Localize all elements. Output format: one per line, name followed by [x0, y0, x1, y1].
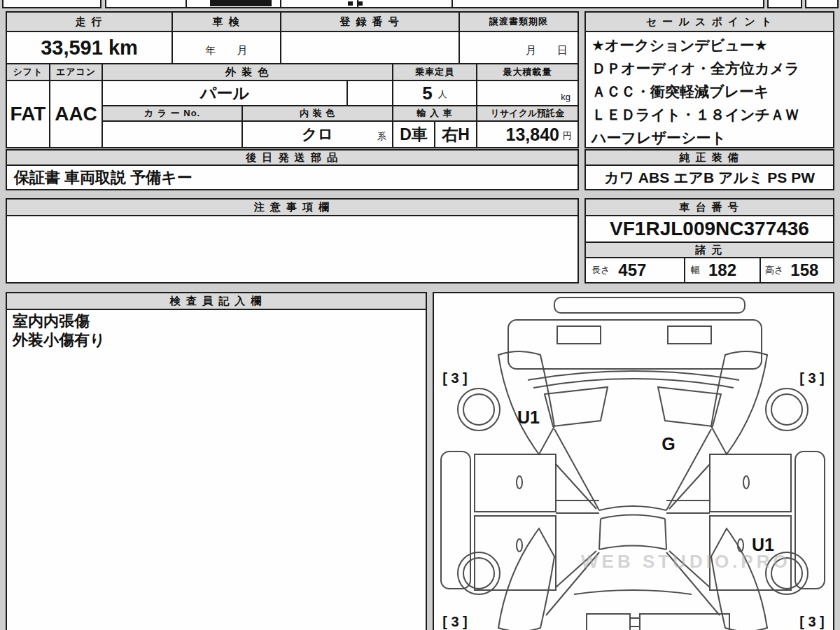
color-no-value: [102, 120, 243, 148]
recycle-deposit-unit: 円: [563, 130, 572, 147]
capacity-unit: 人: [438, 88, 447, 105]
tire-depth-rear-right: [ 3 ]: [799, 614, 825, 629]
inspection-header: 車 検: [172, 11, 281, 32]
sales-point-line: ＤＰオーディオ・全方位カメラ: [592, 57, 799, 80]
cowl-arc: [533, 379, 734, 388]
damage-mark-g: G: [662, 434, 675, 454]
notes-header: 注 意 事 項 欄: [6, 198, 579, 216]
door-front-left: [475, 454, 556, 512]
spec-width-cell: 幅 182: [684, 257, 761, 284]
interior-color-name: クロ: [302, 124, 333, 145]
chassis-value: VF1RJL009NC377436: [584, 215, 834, 243]
rear-bumper-joint: [630, 618, 640, 626]
spec-length-value: 457: [618, 260, 646, 280]
wheel-front-left-inner: [463, 394, 494, 425]
registration-value: [280, 31, 460, 64]
spec-height-value: 158: [790, 260, 818, 280]
later-parts-header: 後 日 発 送 部 品: [6, 149, 579, 166]
max-load-value: kg: [476, 80, 579, 106]
recycle-deposit-value: 13,840 円: [476, 120, 579, 148]
fender-front-left: [498, 351, 554, 454]
watermark: WEB STUDIO.PRO: [581, 551, 791, 573]
sales-points-header: セ ー ル ス ポ イ ン ト: [584, 11, 834, 32]
transfer-docs-header: 譲渡書類期限: [458, 11, 579, 32]
mileage-header: 走 行: [6, 11, 173, 32]
cutoff-text-fragment: [210, 0, 272, 6]
inspection-value: 年 月: [172, 31, 281, 64]
bumper-detail-left: [557, 326, 601, 344]
shift-value: FAT: [6, 80, 50, 148]
top-cutoff-cell: [767, 0, 802, 8]
exterior-color-value: パール: [102, 80, 348, 106]
door-rear-left: [475, 516, 556, 590]
registration-header: 登 録 番 号: [280, 11, 460, 32]
rocker-left: [441, 451, 470, 589]
top-cutoff-cell: [805, 0, 839, 8]
spec-length-cell: 長さ 457: [584, 257, 685, 284]
wheel-rear-left-inner: [463, 558, 494, 589]
inspector-body: 室内内張傷 外装小傷有り: [6, 309, 427, 630]
interior-color-header: 内 装 色: [241, 105, 393, 122]
inspector-note-line: 外装小傷有り: [13, 330, 106, 349]
roof-garnish: [554, 298, 745, 313]
tire-depth-front-left: [ 3 ]: [442, 370, 468, 386]
equipment-header: 純 正 装 備: [584, 149, 834, 166]
spec-height-label: 高さ: [765, 264, 783, 276]
roof-side: [599, 519, 601, 550]
cutoff-text-fragment: [348, 1, 353, 6]
capacity-value: 5 人: [392, 80, 477, 106]
color-no-header: カ ラ ー No.: [102, 105, 243, 122]
sales-point-line: ＬＥＤライト・１８インチＡＷ: [592, 103, 799, 126]
rear-bumper-right: [640, 614, 729, 630]
notes-body: [6, 215, 579, 284]
exterior-color-sub-cell: [346, 80, 393, 106]
roof-rear-arc: [599, 546, 666, 550]
door-handle: [743, 476, 749, 489]
sales-point-line: ハーフレザーシート: [592, 126, 726, 148]
spec-width-label: 幅: [691, 264, 700, 276]
capacity-number: 5: [422, 83, 432, 104]
later-parts-value: 保証書 車両取説 予備キー: [6, 164, 579, 190]
specs-header: 諸 元: [584, 241, 834, 258]
sill-left: [556, 500, 599, 513]
inspector-note-line: 室内内張傷: [13, 312, 90, 330]
max-load-unit: kg: [561, 92, 570, 102]
transfer-docs-value: 月 日: [458, 31, 579, 64]
roof-side: [665, 519, 666, 550]
auction-sheet: 走 行 車 検 登 録 番 号 譲渡書類期限 33,591 km 年 月 月 日…: [0, 0, 840, 630]
rocker-right: [795, 451, 825, 589]
top-cutoff-cell: [2, 0, 102, 8]
handle-value: 右H: [434, 120, 477, 148]
inspector-header: 検 査 員 記 入 欄: [6, 292, 427, 310]
wheel-front-right-inner: [771, 394, 802, 425]
top-cutoff-cell: [451, 0, 764, 8]
import-type-value: D車: [392, 120, 435, 148]
door-handle: [517, 539, 522, 552]
top-cutoff-cell: [357, 0, 453, 8]
car-diagram-box: [ 3 ] [ 3 ] [ 3 ] [ 3 ] U1 G U1 WEB STUD…: [433, 292, 834, 630]
spec-length-label: 長さ: [592, 264, 610, 276]
max-load-header: 最大積載量: [476, 63, 579, 81]
mileage-value: 33,591 km: [6, 31, 173, 64]
car-diagram: [ 3 ] [ 3 ] [ 3 ] [ 3 ] U1 G U1: [434, 293, 833, 630]
damage-mark-u1-front: U1: [517, 407, 540, 427]
sales-point-line: ＡＣＣ・衝突軽減ブレーキ: [592, 80, 769, 103]
exterior-color-header: 外 装 色: [102, 63, 393, 81]
tire-depth-rear-left: [ 3 ]: [442, 614, 468, 629]
trunk-arc: [574, 590, 692, 594]
roof-front-arc: [601, 515, 665, 519]
sales-points-body: ★オークションデビュー★ ＤＰオーディオ・全方位カメラ ＡＣＣ・衝突軽減ブレーキ…: [584, 31, 834, 148]
aircon-header: エアコン: [49, 63, 103, 81]
rear-bumper-left: [587, 614, 630, 630]
aircon-value: AAC: [49, 80, 103, 148]
door-handle: [517, 476, 522, 489]
sales-point-line: ★オークションデビュー★: [592, 34, 768, 57]
shift-header: シフト: [6, 63, 50, 81]
roof-front-arc: [599, 506, 666, 510]
spec-height-cell: 高さ 158: [760, 257, 834, 284]
equipment-value: カワ ABS エアB アルミ PS PW: [584, 164, 834, 190]
capacity-header: 乗車定員: [392, 63, 477, 81]
spec-width-value: 182: [708, 260, 736, 280]
recycle-deposit-header: リサイクル預託金: [476, 105, 579, 122]
interior-color-value: クロ 系: [241, 120, 393, 148]
